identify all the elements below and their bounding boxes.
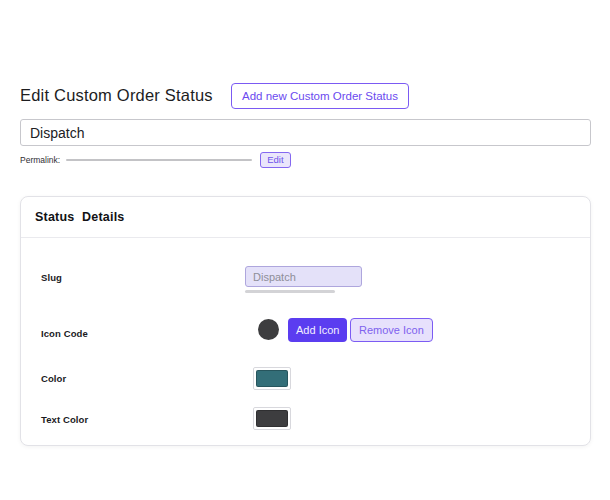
text-color-value-swatch — [256, 410, 288, 427]
slug-label: Slug — [41, 272, 62, 283]
color-label: Color — [41, 373, 66, 384]
text-color-picker-swatch[interactable] — [253, 407, 291, 430]
color-value-swatch — [256, 370, 288, 387]
add-icon-button[interactable]: Add Icon — [288, 318, 347, 342]
permalink-edit-button[interactable]: Edit — [260, 152, 290, 168]
icon-code-label: Icon Code — [41, 328, 88, 339]
icon-preview-circle — [258, 319, 279, 340]
remove-icon-button[interactable]: Remove Icon — [350, 318, 433, 342]
slug-helper-bar — [245, 290, 335, 293]
permalink-label: Permalink: — [20, 155, 60, 165]
color-picker-swatch[interactable] — [253, 367, 291, 390]
page-title: Edit Custom Order Status — [20, 86, 213, 105]
status-details-card: Status Details Slug Icon Code Add Icon R… — [20, 196, 591, 446]
text-color-label: Text Color — [41, 414, 88, 425]
permalink-row: Permalink: Edit — [20, 151, 291, 168]
status-details-title: Status Details — [21, 197, 590, 238]
status-name-input[interactable] — [20, 119, 591, 146]
permalink-url-bar — [66, 159, 252, 161]
edit-custom-order-status-page: Edit Custom Order Status Add new Custom … — [0, 0, 610, 500]
add-new-custom-order-status-button[interactable]: Add new Custom Order Status — [231, 83, 409, 109]
slug-input[interactable] — [245, 266, 362, 287]
